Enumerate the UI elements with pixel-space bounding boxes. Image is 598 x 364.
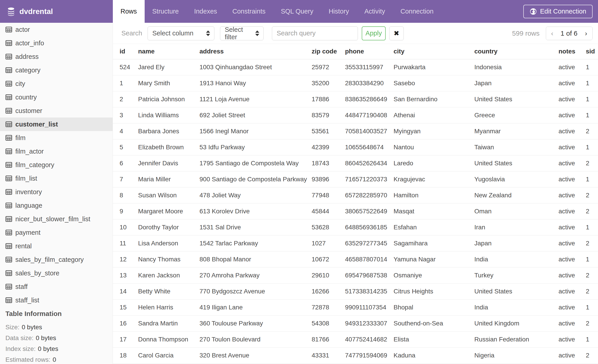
apply-button[interactable]: Apply <box>362 26 386 40</box>
table-cell[interactable]: 3 <box>113 107 138 123</box>
table-cell[interactable]: 524 <box>113 59 138 75</box>
table-cell[interactable]: 28303384290 <box>345 75 394 91</box>
table-cell[interactable]: Betty White <box>138 283 199 299</box>
table-cell[interactable]: Indonesia <box>474 59 558 75</box>
table-cell[interactable]: 1531 Sal Drive <box>199 219 312 235</box>
sidebar-item-sales_by_store[interactable]: sales_by_store <box>0 266 113 280</box>
tab-constraints[interactable]: Constraints <box>225 0 273 23</box>
table-cell[interactable]: Dorothy Taylor <box>138 219 199 235</box>
table-cell[interactable]: 42399 <box>312 139 345 155</box>
table-cell[interactable]: 25972 <box>312 59 345 75</box>
table-cell[interactable]: 72878 <box>312 299 345 315</box>
table-cell[interactable]: Yugoslavia <box>474 171 558 187</box>
table-cell[interactable]: 635297277345 <box>345 235 394 251</box>
table-cell[interactable]: 860452626434 <box>345 155 394 171</box>
table-cell[interactable]: 270 Toulon Boulevard <box>199 331 312 347</box>
filter-select[interactable]: Select filter <box>220 26 264 40</box>
table-cell[interactable]: Linda Williams <box>138 107 199 123</box>
table-cell[interactable]: 1542 Tarlac Parkway <box>199 235 312 251</box>
table-cell[interactable]: 81766 <box>312 331 345 347</box>
table-cell[interactable]: 2 <box>586 155 598 171</box>
clear-search-button[interactable]: ✖ <box>389 26 404 40</box>
table-cell[interactable]: 2 <box>586 123 598 139</box>
table-cell[interactable]: 53 Idfu Parkway <box>199 139 312 155</box>
table-cell[interactable]: Elizabeth Brown <box>138 139 199 155</box>
table-cell[interactable]: 10 <box>113 219 138 235</box>
table-cell[interactable]: active <box>558 283 586 299</box>
tab-connection[interactable]: Connection <box>393 0 441 23</box>
table-cell[interactable]: 1 <box>586 251 598 267</box>
search-query-input[interactable] <box>272 26 358 40</box>
column-header-sid[interactable]: sid <box>586 44 598 59</box>
table-cell[interactable]: Myingyan <box>394 123 474 139</box>
table-cell[interactable]: 990911107354 <box>345 299 394 315</box>
table-cell[interactable]: active <box>558 187 586 203</box>
sidebar-item-customer_list[interactable]: customer_list <box>0 118 113 131</box>
table-cell[interactable]: 93896 <box>312 171 345 187</box>
table-cell[interactable]: 1 <box>586 75 598 91</box>
table-cell[interactable]: Athenai <box>394 107 474 123</box>
table-cell[interactable]: 692 Joliet Street <box>199 107 312 123</box>
table-cell[interactable]: 2 <box>586 315 598 331</box>
table-cell[interactable]: active <box>558 75 586 91</box>
table-cell[interactable]: Kragujevac <box>394 171 474 187</box>
sidebar-item-language[interactable]: language <box>0 199 113 212</box>
table-cell[interactable]: active <box>558 251 586 267</box>
sidebar-item-address[interactable]: address <box>0 50 113 63</box>
table-cell[interactable]: Lisa Anderson <box>138 235 199 251</box>
column-select[interactable]: Select column <box>148 26 214 40</box>
table-cell[interactable]: Maria Miller <box>138 171 199 187</box>
table-cell[interactable]: 1027 <box>312 235 345 251</box>
table-cell[interactable]: Purwakarta <box>394 59 474 75</box>
table-cell[interactable]: Helen Harris <box>138 299 199 315</box>
table-cell[interactable]: active <box>558 107 586 123</box>
table-cell[interactable]: 18743 <box>312 155 345 171</box>
table-cell[interactable]: 1121 Loja Avenue <box>199 91 312 107</box>
sidebar-item-rental[interactable]: rental <box>0 239 113 253</box>
table-cell[interactable]: 2 <box>586 235 598 251</box>
table-cell[interactable]: Mary Smith <box>138 75 199 91</box>
column-header-zip-code[interactable]: zip code <box>312 44 345 59</box>
table-cell[interactable]: active <box>558 235 586 251</box>
sidebar-item-inventory[interactable]: inventory <box>0 185 113 199</box>
table-cell[interactable]: 17886 <box>312 91 345 107</box>
next-page-button[interactable]: › <box>580 27 592 40</box>
table-cell[interactable]: 770 Bydgoszcz Avenue <box>199 283 312 299</box>
table-cell[interactable]: 1003 Qinhuangdao Street <box>199 59 312 75</box>
edit-connection-button[interactable]: Edit Connection <box>523 5 593 18</box>
table-cell[interactable]: 808 Bhopal Manor <box>199 251 312 267</box>
table-cell[interactable]: 1 <box>586 171 598 187</box>
sidebar-item-customer[interactable]: customer <box>0 104 113 118</box>
table-cell[interactable]: 648856936185 <box>345 219 394 235</box>
table-cell[interactable]: 54308 <box>312 315 345 331</box>
table-cell[interactable]: 14 <box>113 283 138 299</box>
table-cell[interactable]: Margaret Moore <box>138 203 199 219</box>
table-cell[interactable]: Jared Ely <box>138 59 199 75</box>
sidebar-item-film_category[interactable]: film_category <box>0 158 113 172</box>
table-cell[interactable]: 270 Amroha Parkway <box>199 267 312 283</box>
table-cell[interactable]: 478 Joliet Way <box>199 187 312 203</box>
table-cell[interactable]: Hamilton <box>394 187 474 203</box>
table-cell[interactable]: Citrus Heights <box>394 283 474 299</box>
table-cell[interactable]: active <box>558 123 586 139</box>
table-cell[interactable]: 1 <box>586 299 598 315</box>
sidebar-item-payment[interactable]: payment <box>0 226 113 239</box>
tab-rows[interactable]: Rows <box>113 0 145 23</box>
table-cell[interactable]: 18 <box>113 347 138 363</box>
previous-page-button[interactable]: ‹ <box>546 27 558 40</box>
tab-history[interactable]: History <box>321 0 357 23</box>
column-header-city[interactable]: city <box>394 44 474 59</box>
table-cell[interactable]: Iran <box>474 219 558 235</box>
table-cell[interactable]: 705814003527 <box>345 123 394 139</box>
table-cell[interactable]: active <box>558 299 586 315</box>
table-cell[interactable]: 380657522649 <box>345 203 394 219</box>
table-cell[interactable]: 45844 <box>312 203 345 219</box>
table-cell[interactable]: 949312333307 <box>345 315 394 331</box>
sidebar-item-staff_list[interactable]: staff_list <box>0 293 113 307</box>
table-cell[interactable]: 7 <box>113 171 138 187</box>
table-cell[interactable]: active <box>558 203 586 219</box>
table-cell[interactable]: 35200 <box>312 75 345 91</box>
table-cell[interactable]: 419 Iligan Lane <box>199 299 312 315</box>
table-cell[interactable]: 10672 <box>312 251 345 267</box>
column-header-phone[interactable]: phone <box>345 44 394 59</box>
